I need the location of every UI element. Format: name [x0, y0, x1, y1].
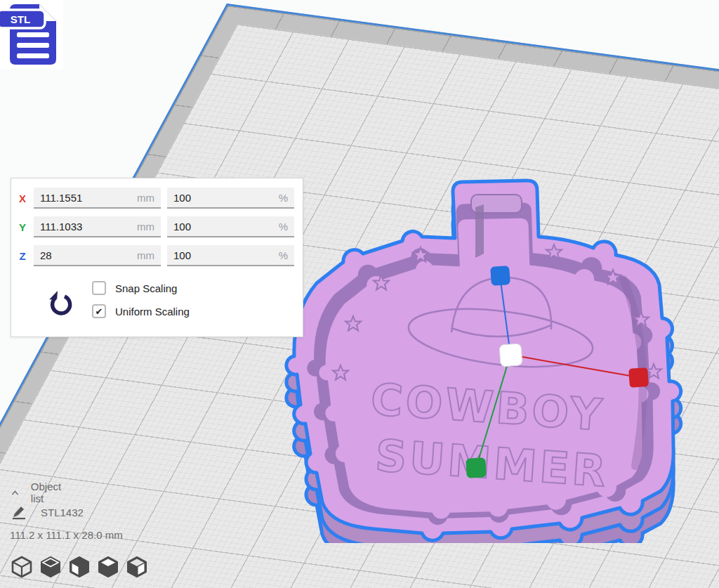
view-front-button[interactable] [39, 555, 62, 579]
snap-scaling-label: Snap Scaling [115, 282, 177, 294]
chevron-up-icon [11, 489, 19, 497]
view-right-button[interactable] [125, 555, 149, 579]
scale-y-percent-value: 100 [173, 221, 191, 233]
scale-z-mm-input[interactable]: 28 mm [34, 245, 161, 266]
scale-row-y: Y 111.1033 mm 100 % [11, 216, 294, 237]
object-name: STL1432 [41, 507, 84, 518]
scale-z-percent-input[interactable]: 100 % [167, 245, 294, 266]
axis-y-label: Y [11, 221, 34, 233]
scale-z-mm-value: 28 [40, 249, 52, 261]
scale-x-mm-value: 111.1551 [40, 192, 82, 204]
percent-unit-label: % [279, 249, 288, 261]
mm-unit-label: mm [137, 249, 154, 261]
object-list-toggle[interactable]: Object list [11, 481, 64, 504]
scale-y-percent-input[interactable]: 100 % [167, 216, 294, 237]
model-stl1432[interactable]: COWBOY SUMMER [276, 171, 687, 543]
mm-unit-label: mm [137, 221, 154, 233]
scale-y-mm-value: 111.1033 [40, 221, 82, 233]
stl-badge-text: STL [11, 13, 30, 25]
cube-right-view-icon [125, 555, 149, 579]
scale-row-x: X 111.1551 mm 100 % [11, 188, 294, 209]
view-top-button[interactable] [67, 555, 91, 579]
scale-z-percent-value: 100 [173, 249, 191, 261]
slicer-viewport: COWBOY SUMMER X 111.1551 mm 100 % Y [0, 0, 719, 588]
reset-rotate-icon [48, 291, 73, 318]
scale-x-mm-input[interactable]: 111.1551 mm [34, 188, 161, 209]
cube-top-view-icon [67, 555, 91, 579]
scale-row-z: Z 28 mm 100 % [11, 245, 294, 266]
axis-z-label: Z [11, 250, 34, 262]
scale-x-percent-value: 100 [173, 192, 191, 204]
scale-x-percent-input[interactable]: 100 % [167, 188, 294, 209]
percent-unit-label: % [279, 221, 288, 233]
stl-file-icon: STL [0, 0, 63, 69]
uniform-scaling-label: Uniform Scaling [115, 306, 190, 318]
view-left-button[interactable] [96, 555, 120, 579]
uniform-check-glyph: ✔ [95, 306, 103, 317]
pencil-edit-icon [11, 504, 27, 520]
stl-document-icon: STL [0, 0, 63, 69]
cube-3d-view-icon [10, 555, 34, 579]
uniform-scaling-checkbox[interactable]: ✔ [92, 304, 106, 318]
view-3d-button[interactable] [10, 555, 34, 579]
axis-x-label: X [11, 192, 34, 204]
scale-y-mm-input[interactable]: 111.1033 mm [34, 216, 161, 237]
uniform-scaling-option[interactable]: ✔ Uniform Scaling [92, 304, 190, 318]
object-list-item[interactable]: STL1432 [11, 504, 84, 520]
reset-scale-button[interactable] [48, 291, 73, 318]
snap-scaling-option[interactable]: Snap Scaling [92, 281, 177, 295]
object-dimensions: 111.2 x 111.1 x 28.0 mm [10, 529, 123, 541]
percent-unit-label: % [279, 192, 288, 204]
camera-view-toolbar [10, 555, 154, 579]
model-body[interactable]: COWBOY SUMMER [286, 181, 681, 543]
mm-unit-label: mm [137, 192, 154, 204]
snap-scaling-checkbox[interactable] [92, 281, 106, 295]
cube-left-view-icon [96, 555, 120, 579]
object-list-title: Object list [31, 481, 65, 504]
cube-front-view-icon [39, 555, 62, 579]
scale-tool-panel: X 111.1551 mm 100 % Y 111.1033 mm 100 % … [11, 178, 303, 337]
